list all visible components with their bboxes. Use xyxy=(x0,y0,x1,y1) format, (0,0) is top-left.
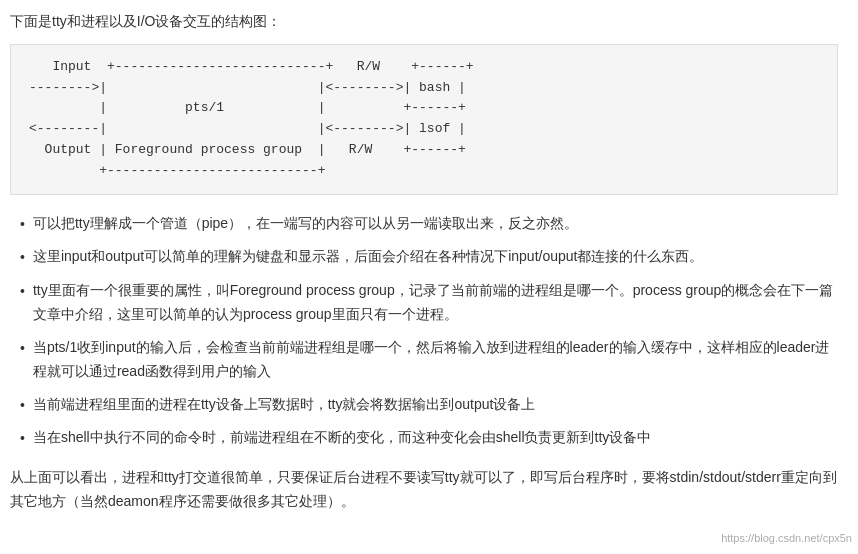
bullet-list: 可以把tty理解成一个管道（pipe），在一端写的内容可以从另一端读取出来，反之… xyxy=(20,211,838,451)
bullet-item-0: 可以把tty理解成一个管道（pipe），在一端写的内容可以从另一端读取出来，反之… xyxy=(20,211,838,237)
bullet-item-2: tty里面有一个很重要的属性，叫Foreground process group… xyxy=(20,278,838,327)
bullet-item-4: 当前端进程组里面的进程在tty设备上写数据时，tty就会将数据输出到output… xyxy=(20,392,838,418)
bullet-item-5: 当在shell中执行不同的命令时，前端进程组在不断的变化，而这种变化会由shel… xyxy=(20,425,838,451)
bullet-item-3: 当pts/1收到input的输入后，会检查当前前端进程组是哪一个，然后将输入放到… xyxy=(20,335,838,384)
intro-text: 下面是tty和进程以及I/O设备交互的结构图： xyxy=(10,10,838,34)
bullet-item-1: 这里input和output可以简单的理解为键盘和显示器，后面会介绍在各种情况下… xyxy=(20,244,838,270)
diagram-box: Input +---------------------------+ R/W … xyxy=(10,44,838,195)
watermark: https://blog.csdn.net/cpx5n xyxy=(721,529,852,548)
summary-text: 从上面可以看出，进程和tty打交道很简单，只要保证后台进程不要读写tty就可以了… xyxy=(10,465,838,514)
